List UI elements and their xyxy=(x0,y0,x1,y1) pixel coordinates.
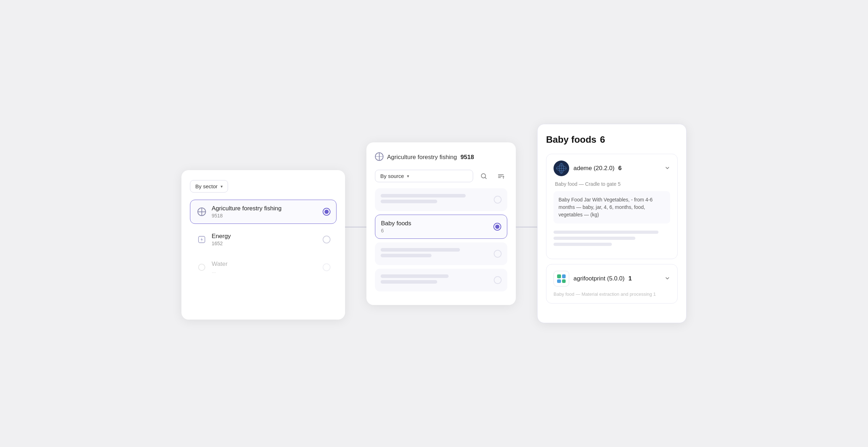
source-dropdown[interactable]: By source ▾ xyxy=(375,170,473,182)
globe-icon-agriculture xyxy=(196,206,207,217)
chevron-down-icon: ▾ xyxy=(221,184,223,189)
connector-1 xyxy=(345,227,366,227)
skeleton-line-2 xyxy=(381,248,460,252)
water-icon xyxy=(196,262,207,273)
skeleton-line-2b xyxy=(381,254,432,257)
ademe-expand-icon[interactable] xyxy=(665,165,670,172)
agrifootprint-avatar xyxy=(554,271,569,286)
energy-icon xyxy=(196,234,207,245)
sector-item-energy[interactable]: Energy 1652 xyxy=(190,227,337,252)
baby-foods-item[interactable]: Baby foods 6 xyxy=(375,215,507,239)
source-toolbar: By source ▾ xyxy=(375,170,507,183)
energy-count: 1652 xyxy=(212,241,323,246)
ademe-skeleton xyxy=(554,227,670,252)
ademe-avatar xyxy=(554,161,569,176)
water-title: Water xyxy=(212,261,323,268)
agrifootprint-source-header: agrifootprint (5.0.0) 1 xyxy=(554,271,670,286)
skeleton-item-1 xyxy=(375,188,507,211)
agrifootprint-expand-icon[interactable] xyxy=(665,275,670,282)
skeleton-item-2 xyxy=(375,242,507,265)
detail-count: 6 xyxy=(600,134,605,145)
water-radio[interactable] xyxy=(323,263,330,271)
source-dropdown-label: By source xyxy=(380,173,404,179)
agriculture-count: 9518 xyxy=(212,213,323,219)
agriculture-header-count: 9518 xyxy=(461,154,474,161)
ademe-product-text: Baby Food Jar With Vegetables, - from 4-… xyxy=(554,191,670,224)
header-globe-icon xyxy=(375,152,383,163)
agrifootprint-count-badge: 1 xyxy=(628,275,631,282)
sk-line-1 xyxy=(554,231,658,234)
sector-item-agriculture[interactable]: Agriculture forestry fishing 9518 xyxy=(190,200,337,224)
agriculture-header-title: Agriculture forestry fishing xyxy=(387,154,457,161)
agriculture-radio[interactable] xyxy=(323,208,330,216)
agrifootprint-source-card: agrifootprint (5.0.0) 1 Baby food — Mate… xyxy=(546,264,678,304)
detail-panel: Baby foods 6 ademe (20.2.0) xyxy=(537,124,687,323)
sk-line-3 xyxy=(554,243,612,246)
source-chevron-icon: ▾ xyxy=(407,174,409,179)
agrifootprint-name: agrifootprint (5.0.0) 1 xyxy=(573,275,660,282)
ademe-source-header: ademe (20.2.0) 6 xyxy=(554,161,670,176)
baby-foods-radio[interactable] xyxy=(493,223,501,231)
skeleton-radio-2 xyxy=(494,250,502,258)
agriculture-panel-header: Agriculture forestry fishing 9518 xyxy=(375,152,507,163)
baby-foods-title: Baby foods xyxy=(381,220,493,227)
water-count: ... xyxy=(212,268,323,274)
detail-panel-title: Baby foods 6 xyxy=(546,134,678,145)
energy-radio[interactable] xyxy=(323,236,330,243)
agrifootprint-sub-label: Baby food — Material extraction and proc… xyxy=(554,291,670,297)
energy-title: Energy xyxy=(212,233,323,240)
baby-foods-count: 6 xyxy=(381,228,493,233)
skeleton-line-3 xyxy=(381,274,449,278)
sector-item-water[interactable]: Water ... xyxy=(190,255,337,279)
agriculture-title: Agriculture forestry fishing xyxy=(212,205,323,212)
skeleton-radio-3 xyxy=(494,276,502,284)
svg-line-2 xyxy=(485,177,487,179)
skeleton-radio xyxy=(494,196,502,204)
sector-panel: By sector ▾ Agriculture forestry fishing… xyxy=(181,170,345,320)
sector-dropdown[interactable]: By sector ▾ xyxy=(190,180,228,193)
sort-icon[interactable] xyxy=(494,170,507,183)
sector-dropdown-label: By sector xyxy=(195,183,218,189)
skeleton-line-3b xyxy=(381,280,437,284)
sk-line-2 xyxy=(554,237,635,240)
agriculture-panel: Agriculture forestry fishing 9518 By sou… xyxy=(366,142,516,305)
search-icon[interactable] xyxy=(477,170,490,183)
skeleton-line-short xyxy=(381,200,437,203)
ademe-count-badge: 6 xyxy=(618,165,621,172)
connector-2 xyxy=(516,227,537,227)
ademe-name: ademe (20.2.0) 6 xyxy=(573,165,660,172)
skeleton-line xyxy=(381,194,466,198)
ademe-sub-label: Baby food — Cradle to gate 5 xyxy=(554,181,670,187)
ademe-source-card: ademe (20.2.0) 6 Baby food — Cradle to g… xyxy=(546,154,678,259)
skeleton-item-3 xyxy=(375,269,507,291)
